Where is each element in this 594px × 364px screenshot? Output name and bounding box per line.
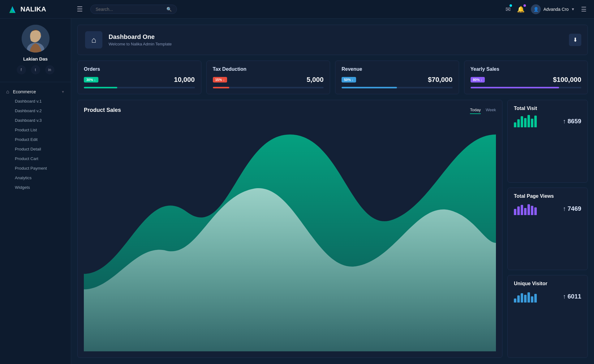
chart-tab-today[interactable]: Today [470, 106, 481, 114]
sidebar-item-dashboard-v3[interactable]: Dashboard v.3 [0, 116, 71, 125]
sidebar: Lakian Das f t in ⌂ Ecommerce ▼ Dashboar… [0, 19, 71, 364]
linkedin-icon[interactable]: in [45, 65, 54, 74]
side-stat-value-visit: ↑ 8659 [563, 118, 581, 125]
banner-icon: ⌂ [85, 31, 102, 49]
side-stat-title-unique: Unique Visitor [514, 281, 581, 286]
sidebar-item-product-list[interactable]: Product List [0, 125, 71, 135]
sidebar-nav: ⌂ Ecommerce ▼ Dashboard v.1 Dashboard v.… [0, 82, 71, 358]
sidebar-profile: Lakian Das f t in [0, 25, 71, 82]
bar [534, 116, 537, 127]
side-stat-title-pageviews: Total Page Views [514, 193, 581, 199]
side-stat-row-unique: ↑ 6011 [514, 290, 581, 303]
bar [531, 119, 533, 127]
sidebar-item-dashboard-v1[interactable]: Dashboard v.1 [0, 96, 71, 106]
notification-badge [523, 4, 526, 7]
user-name: Advanda Cro [543, 7, 569, 12]
bar [524, 208, 527, 215]
mini-bars-unique [514, 290, 537, 303]
bar [531, 206, 533, 215]
stat-card-revenue: Revenue 50% ↓ $70,000 [335, 61, 459, 94]
lower-row: Product Sales Today Week [77, 100, 588, 358]
main-layout: Lakian Das f t in ⌂ Ecommerce ▼ Dashboar… [0, 19, 594, 364]
chevron-down-icon: ▼ [61, 90, 65, 94]
progress-bar-yearly [471, 87, 582, 88]
mail-icon: ✉ [506, 6, 511, 13]
chart-tab-week[interactable]: Week [486, 106, 496, 114]
search-bar: 🔍 [90, 5, 177, 14]
mail-button[interactable]: ✉ [506, 6, 511, 13]
mail-badge [510, 4, 512, 7]
mini-bars-visit [514, 115, 537, 127]
sidebar-item-product-detail[interactable]: Product Detail [0, 144, 71, 154]
home-icon: ⌂ [91, 35, 96, 45]
stat-row-tax: 15% ↓ 5,000 [213, 76, 324, 84]
twitter-icon[interactable]: t [31, 65, 40, 74]
sidebar-item-analytics[interactable]: Analytics [0, 173, 71, 183]
bar [521, 205, 523, 215]
topnav: NALIKA ☰ 🔍 ✉ 🔔 👤 Advanda Cro ▼ ☰ [0, 0, 594, 19]
stat-card-orders: Orders 30% ↓ 10,000 [77, 61, 201, 94]
sidebar-item-widgets[interactable]: Widgets [0, 183, 71, 192]
bar [521, 293, 523, 303]
progress-bar-revenue [342, 87, 453, 88]
profile-name: Lakian Das [23, 56, 48, 61]
sidebar-item-product-payment[interactable]: Product Payment [0, 163, 71, 173]
sidebar-item-product-edit[interactable]: Product Edit [0, 135, 71, 144]
download-button[interactable]: ⬇ [569, 34, 581, 46]
bar [524, 118, 527, 127]
bar [521, 116, 523, 127]
side-stats: Total Visit ↑ 8659 [507, 100, 588, 358]
stats-row: Orders 30% ↓ 10,000 Tax Deduction 15% ↓ … [77, 61, 588, 94]
side-stat-row-visit: ↑ 8659 [514, 115, 581, 127]
stat-badge-orders: 30% ↓ [84, 77, 98, 83]
bar [517, 206, 520, 215]
bar [531, 296, 533, 303]
chart-area [84, 119, 496, 351]
user-menu[interactable]: 👤 Advanda Cro ▼ [531, 4, 575, 14]
side-stat-row-pageviews: ↑ 7469 [514, 203, 581, 215]
more-menu-button[interactable]: ☰ [581, 6, 587, 13]
header-banner: ⌂ Dashboard One Welcome to Nalika Admin … [77, 25, 588, 55]
logo-icon [7, 4, 17, 14]
stat-title-orders: Orders [84, 66, 195, 72]
notification-button[interactable]: 🔔 [517, 6, 525, 13]
logo: NALIKA [7, 4, 69, 14]
search-icon: 🔍 [166, 7, 172, 12]
chart-svg [84, 119, 496, 351]
social-icons: f t in [17, 65, 54, 74]
stat-value-orders: 10,000 [174, 76, 195, 84]
home-icon: ⌂ [6, 89, 9, 95]
sidebar-toggle[interactable]: ☰ [77, 5, 83, 13]
bar [527, 115, 530, 127]
sidebar-item-ecommerce[interactable]: ⌂ Ecommerce ▼ [0, 87, 71, 96]
sidebar-item-product-cart[interactable]: Product Cart [0, 154, 71, 163]
progress-bar-orders [84, 87, 195, 88]
stat-row-orders: 30% ↓ 10,000 [84, 76, 195, 84]
bar [514, 298, 516, 303]
app-name: NALIKA [20, 5, 46, 13]
side-stat-value-pageviews: ↑ 7469 [563, 205, 581, 212]
bell-icon: 🔔 [517, 6, 525, 13]
stat-badge-tax: 15% ↓ [213, 77, 227, 83]
stat-title-yearly: Yearly Sales [471, 66, 582, 72]
side-stat-unique-visitor: Unique Visitor ↑ 6011 [507, 275, 588, 358]
stat-badge-revenue: 50% ↓ [342, 77, 356, 83]
stat-card-tax: Tax Deduction 15% ↓ 5,000 [206, 61, 330, 94]
stat-row-yearly: 80% ↓ $100,000 [471, 76, 582, 84]
progress-fill-yearly [471, 87, 559, 88]
banner-text: Dashboard One Welcome to Nalika Admin Te… [109, 33, 172, 46]
sidebar-item-dashboard-v2[interactable]: Dashboard v.2 [0, 106, 71, 116]
stat-value-tax: 5,000 [307, 76, 324, 84]
download-icon: ⬇ [573, 36, 578, 43]
search-input[interactable] [96, 7, 164, 12]
chevron-down-icon: ▼ [571, 7, 575, 11]
chart-card: Product Sales Today Week [77, 100, 502, 358]
bar [514, 209, 516, 215]
progress-bar-tax [213, 87, 324, 88]
stat-title-tax: Tax Deduction [213, 66, 324, 72]
progress-fill-orders [84, 87, 117, 88]
side-stat-total-visit: Total Visit ↑ 8659 [507, 100, 588, 183]
mini-bars-pageviews [514, 203, 537, 215]
facebook-icon[interactable]: f [17, 65, 26, 74]
stat-card-yearly: Yearly Sales 80% ↓ $100,000 [464, 61, 588, 94]
